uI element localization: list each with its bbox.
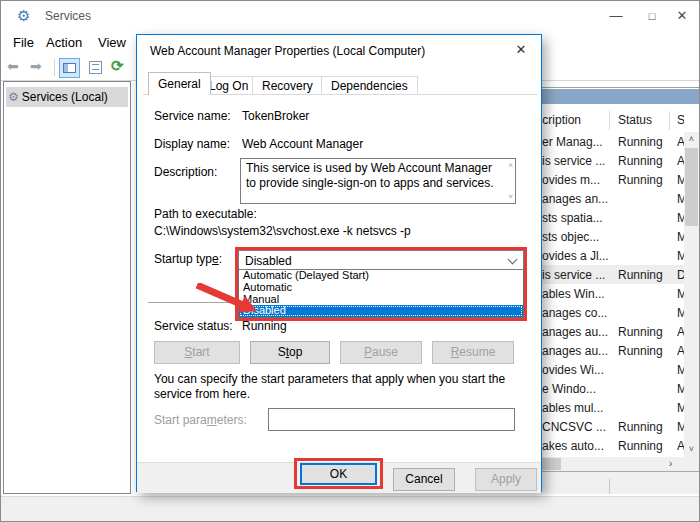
description-text: This service is used by Web Account Mana…	[246, 161, 498, 191]
menu-view[interactable]: View	[98, 35, 126, 50]
forward-icon[interactable]: ➡	[30, 58, 42, 74]
startup-type-annotation-box: Disabled Automatic (Delayed Start) Autom…	[235, 247, 527, 321]
menu-action[interactable]: Action	[46, 35, 82, 50]
cell-description: ovides a Jl...	[542, 249, 608, 263]
start-button: Start	[154, 341, 240, 364]
display-name-value: Web Account Manager	[242, 137, 363, 151]
pane-top-border	[541, 87, 699, 88]
properties-button[interactable]	[85, 58, 106, 78]
description-scroll-down-icon[interactable]: ˅	[508, 192, 513, 201]
scroll-right-icon[interactable]: ›	[663, 457, 678, 471]
cell-description: anages au...	[542, 344, 608, 358]
table-row[interactable]: CNCSVC ... Running M	[541, 417, 684, 436]
dropdown-option[interactable]: Automatic	[239, 282, 523, 294]
start-parameters-note: You can specify the start parameters tha…	[154, 372, 526, 402]
description-field[interactable]: This service is used by Web Account Mana…	[240, 158, 516, 204]
cell-startup-type: M	[677, 211, 684, 225]
table-row[interactable]: ables mul... M	[541, 398, 684, 417]
startup-type-combobox[interactable]: Disabled	[238, 250, 524, 270]
dropdown-option[interactable]: Automatic (Delayed Start)	[239, 270, 523, 282]
table-row[interactable]: anages an... M	[541, 189, 684, 208]
ok-button[interactable]: OK	[300, 463, 377, 485]
red-annotation-arrow	[195, 283, 261, 319]
close-button[interactable]: ✕	[665, 1, 699, 31]
minimize-button[interactable]: —	[599, 1, 633, 31]
table-row[interactable]: sts objec... M	[541, 227, 684, 246]
service-name-value: TokenBroker	[242, 109, 309, 123]
view-tabs-divider	[609, 479, 610, 494]
table-row[interactable]: sts spatia... M	[541, 208, 684, 227]
properties-dialog: Web Account Manager Properties (Local Co…	[136, 34, 542, 492]
maximize-button[interactable]: □	[635, 1, 669, 31]
table-row[interactable]: is service ... Running A	[541, 151, 684, 170]
cell-description: ables mul...	[542, 401, 608, 415]
cell-status: Running	[618, 268, 663, 282]
hscrollbar-thumb[interactable]	[541, 458, 561, 470]
table-row[interactable]: akes auto... Running A	[541, 436, 684, 455]
table-row[interactable]: ovides m... Running M	[541, 170, 684, 189]
path-value: C:\Windows\system32\svchost.exe -k netsv…	[154, 224, 411, 238]
cell-status: Running	[618, 344, 663, 358]
services-node-label: Services (Local)	[22, 90, 108, 104]
startup-type-label: Startup type:	[154, 252, 222, 266]
dialog-title: Web Account Manager Properties (Local Co…	[150, 44, 425, 58]
service-status-value: Running	[242, 319, 287, 333]
scrollbar-thumb[interactable]	[685, 148, 698, 226]
column-header-startup-type[interactable]: Startup Type	[677, 113, 684, 127]
tab-recovery[interactable]: Recovery	[252, 76, 323, 95]
tab-dependencies[interactable]: Dependencies	[321, 76, 418, 95]
dialog-footer: OK Cancel Apply	[137, 462, 541, 493]
cancel-button[interactable]: Cancel	[393, 468, 455, 491]
sidebar-item-services-local[interactable]: ⚙Services (Local)	[6, 87, 128, 107]
cell-description: anages au...	[542, 325, 608, 339]
vertical-scrollbar[interactable]: ˄ ˅	[684, 132, 699, 457]
services-list-pane: Description Status Startup Type er Manag…	[541, 81, 699, 494]
table-row[interactable]: is service ... Running D	[541, 265, 684, 284]
column-header-status[interactable]: Status	[618, 113, 652, 127]
cell-startup-type: A	[677, 325, 684, 339]
properties-icon	[89, 61, 102, 74]
console-tree-icon	[63, 63, 76, 73]
table-row[interactable]: anages au... Running A	[541, 341, 684, 360]
table-row[interactable]: ables Win... M	[541, 284, 684, 303]
refresh-icon[interactable]: ⟳	[111, 57, 124, 75]
description-label: Description:	[154, 165, 217, 179]
dropdown-option[interactable]: Manual	[239, 294, 523, 306]
dialog-tabstrip: General Log On Recovery Dependencies	[137, 72, 541, 95]
cell-status: Running	[618, 325, 663, 339]
back-icon[interactable]: ⬅	[7, 58, 19, 74]
show-console-tree-button[interactable]	[59, 58, 80, 78]
cell-description: sts spatia...	[542, 211, 608, 225]
cell-description: e Windo...	[542, 382, 608, 396]
apply-button: Apply	[475, 468, 537, 491]
table-row[interactable]: er Manag... Running A	[541, 132, 684, 151]
cell-startup-type: M	[677, 192, 684, 206]
cell-description: ables Win...	[542, 287, 608, 301]
column-header-description[interactable]: Description	[542, 113, 607, 127]
description-scroll-up-icon[interactable]: ˄	[508, 161, 513, 170]
table-row[interactable]: anages co... M	[541, 303, 684, 322]
list-header-row: Description Status Startup Type	[541, 109, 699, 132]
table-row[interactable]: ovides Wi... M	[541, 360, 684, 379]
scroll-up-icon[interactable]: ˄	[684, 132, 699, 147]
table-row[interactable]: e Windo... M	[541, 379, 684, 398]
cell-status: Running	[618, 420, 663, 434]
menu-file[interactable]: File	[13, 35, 34, 50]
description-header-label: Description	[542, 113, 581, 127]
horizontal-scrollbar[interactable]: ›	[541, 457, 699, 471]
stop-button[interactable]: Stop	[250, 341, 330, 364]
start-parameters-input[interactable]	[268, 408, 515, 431]
column-divider[interactable]	[609, 111, 610, 130]
column-divider[interactable]	[669, 111, 670, 130]
cell-startup-type: M	[677, 230, 684, 244]
cell-description: ovides Wi...	[542, 363, 608, 377]
cell-startup-type: M	[677, 401, 684, 415]
dialog-close-icon[interactable]: ✕	[501, 35, 541, 64]
tab-general[interactable]: General	[148, 72, 211, 95]
cell-startup-type: M	[677, 173, 684, 187]
scroll-down-icon[interactable]: ˅	[684, 442, 699, 457]
pane-header-band	[541, 89, 699, 104]
table-row[interactable]: anages au... Running A	[541, 322, 684, 341]
table-row[interactable]: ovides a Jl... M	[541, 246, 684, 265]
dropdown-option[interactable]: Disabled	[239, 305, 523, 317]
